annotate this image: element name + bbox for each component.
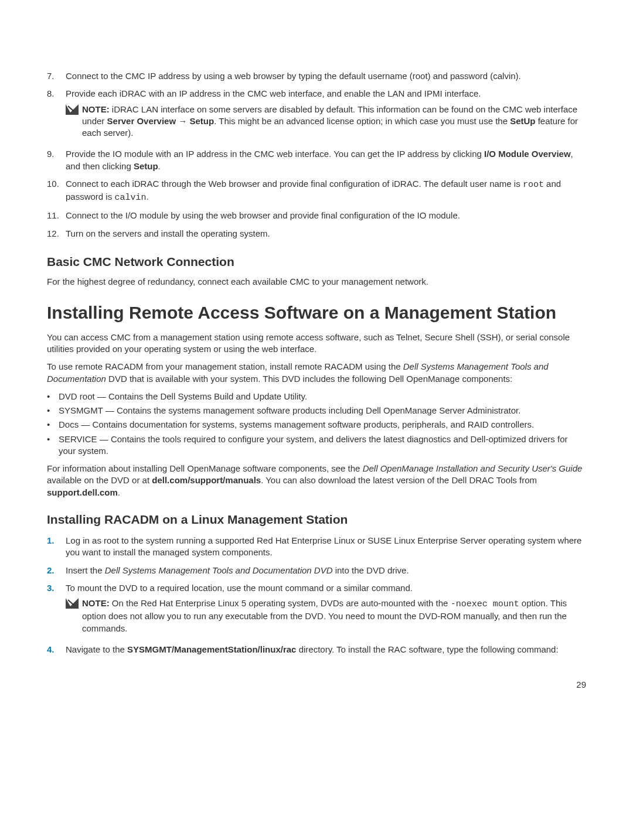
bullet-item: SYSMGMT — Contains the systems managemen…	[47, 405, 586, 416]
step-7: 7. Connect to the CMC IP address by usin…	[47, 70, 586, 82]
step-10: 10. Connect to each iDRAC through the We…	[47, 178, 586, 204]
basic-cmc-heading: Basic CMC Network Connection	[47, 254, 586, 270]
steps-list-1: 7. Connect to the CMC IP address by usin…	[47, 70, 586, 240]
step-2: 2. Insert the Dell Systems Management To…	[47, 565, 586, 576]
step-number: 12.	[47, 228, 66, 240]
main-p1: You can access CMC from a management sta…	[47, 332, 586, 356]
step-text: Connect to each iDRAC through the Web br…	[66, 178, 586, 204]
installing-remote-heading: Installing Remote Access Software on a M…	[47, 303, 586, 323]
bullet-item: DVD root — Contains the Dell Systems Bui…	[47, 391, 586, 402]
step-number: 4.	[47, 644, 66, 655]
step-4: 4. Navigate to the SYSMGMT/ManagementSta…	[47, 644, 586, 655]
note-text: NOTE: On the Red Hat Enterprise Linux 5 …	[82, 597, 586, 634]
components-list: DVD root — Contains the Dell Systems Bui…	[47, 391, 586, 457]
note-text: NOTE: iDRAC LAN interface on some server…	[82, 104, 586, 139]
step-text: Turn on the servers and install the oper…	[66, 228, 586, 240]
step-text: To mount the DVD to a required location,…	[66, 583, 413, 593]
step-text: Connect to the CMC IP address by using a…	[66, 70, 586, 82]
step-number: 8.	[47, 88, 66, 142]
step-3: 3. To mount the DVD to a required locati…	[47, 582, 586, 638]
step-text: Provide the IO module with an IP address…	[66, 148, 586, 172]
step-number: 10.	[47, 178, 66, 204]
bullet-item: Docs — Contains documentation for system…	[47, 419, 586, 431]
bullet-item: SERVICE — Contains the tools required to…	[47, 433, 586, 457]
basic-cmc-text: For the highest degree of redundancy, co…	[47, 276, 586, 288]
note-block: NOTE: On the Red Hat Enterprise Linux 5 …	[66, 597, 586, 634]
note-label: NOTE:	[82, 598, 110, 608]
step-text: Provide each iDRAC with an IP address in…	[66, 88, 481, 98]
main-p3: For information about installing Dell Op…	[47, 463, 586, 498]
step-text: Navigate to the SYSMGMT/ManagementStatio…	[66, 644, 586, 655]
step-number: 11.	[47, 210, 66, 221]
page-number: 29	[47, 679, 586, 691]
step-11: 11. Connect to the I/O module by using t…	[47, 210, 586, 221]
step-number: 1.	[47, 535, 66, 559]
main-p2: To use remote RACADM from your managemen…	[47, 361, 586, 385]
note-block: NOTE: iDRAC LAN interface on some server…	[66, 104, 586, 139]
steps-list-2: 1. Log in as root to the system running …	[47, 535, 586, 655]
step-text: Log in as root to the system running a s…	[66, 535, 586, 559]
step-number: 7.	[47, 70, 66, 82]
step-content: Provide each iDRAC with an IP address in…	[66, 88, 586, 142]
note-icon	[66, 104, 79, 115]
step-1: 1. Log in as root to the system running …	[47, 535, 586, 559]
step-text: Insert the Dell Systems Management Tools…	[66, 565, 586, 576]
step-number: 2.	[47, 565, 66, 576]
step-9: 9. Provide the IO module with an IP addr…	[47, 148, 586, 172]
step-text: Connect to the I/O module by using the w…	[66, 210, 586, 221]
note-label: NOTE:	[82, 104, 110, 114]
step-number: 9.	[47, 148, 66, 172]
step-12: 12. Turn on the servers and install the …	[47, 228, 586, 240]
note-icon	[66, 598, 79, 609]
installing-racadm-heading: Installing RACADM on a Linux Management …	[47, 511, 586, 528]
step-content: To mount the DVD to a required location,…	[66, 582, 586, 638]
step-8: 8. Provide each iDRAC with an IP address…	[47, 88, 586, 142]
step-number: 3.	[47, 582, 66, 638]
